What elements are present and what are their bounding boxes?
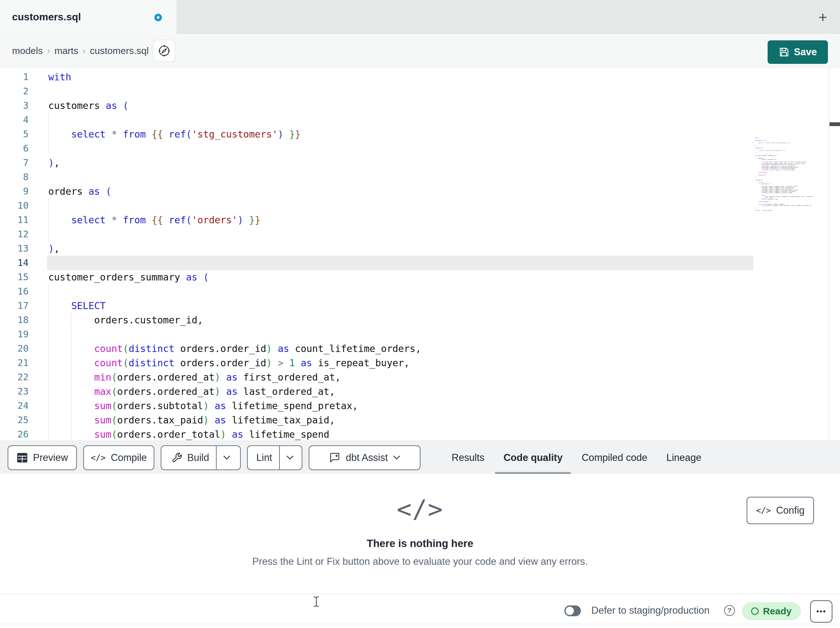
- preview-button[interactable]: Preview: [8, 445, 77, 470]
- code-icon: </>: [756, 506, 771, 515]
- line-number: 6: [0, 141, 28, 156]
- code-line[interactable]: 19: [0, 327, 840, 342]
- line-number: 17: [0, 299, 28, 313]
- plus-icon: +: [819, 9, 827, 26]
- line-number: 14: [0, 256, 28, 270]
- code-line[interactable]: 24 sum(orders.subtotal) as lifetime_spen…: [0, 399, 840, 413]
- defer-label: Defer to staging/production: [591, 605, 709, 616]
- tab-results[interactable]: Results: [442, 441, 494, 474]
- minimap[interactable]: withcustomers as ( select * from {{ ref(…: [755, 137, 827, 233]
- code-slash-icon: </>: [0, 495, 840, 524]
- code-line[interactable]: 22 min(orders.ordered_at) as first_order…: [0, 370, 840, 384]
- config-button[interactable]: </> Config: [747, 497, 814, 524]
- code-line[interactable]: 18 orders.customer_id,: [0, 313, 840, 327]
- code-line[interactable]: 4: [0, 113, 840, 127]
- build-menu-chevron[interactable]: [216, 446, 237, 470]
- window-bottom-edge: [0, 624, 840, 624]
- code-line[interactable]: 23 max(orders.ordered_at) as last_ordere…: [0, 384, 840, 399]
- line-number: 9: [0, 184, 28, 199]
- code-line[interactable]: 14: [0, 256, 840, 270]
- breadcrumb-separator: ›: [78, 46, 90, 56]
- line-number: 21: [0, 356, 28, 370]
- line-number: 22: [0, 370, 28, 384]
- code-text: orders as (: [28, 184, 112, 199]
- code-line[interactable]: 1with: [0, 70, 840, 84]
- compile-button-label: Compile: [111, 452, 147, 463]
- more-options-button[interactable]: •••: [810, 600, 832, 623]
- code-text: ),: [28, 241, 60, 256]
- scrollbar-track: [829, 68, 829, 441]
- preview-button-label: Preview: [33, 452, 68, 463]
- code-line[interactable]: 25 sum(orders.tax_paid) as lifetime_tax_…: [0, 413, 840, 427]
- line-number: 20: [0, 342, 28, 356]
- lint-button-label: Lint: [256, 452, 272, 463]
- line-number: 19: [0, 327, 28, 342]
- line-number: 24: [0, 399, 28, 413]
- defer-toggle[interactable]: [564, 606, 581, 616]
- lint-menu-chevron[interactable]: [279, 446, 300, 470]
- text-cursor-icon: [313, 596, 320, 607]
- code-line[interactable]: 17 SELECT: [0, 299, 840, 313]
- code-line[interactable]: 10: [0, 199, 840, 213]
- dbt-assist-button-label: dbt Assist: [346, 452, 388, 463]
- code-text: select * from {{ ref('orders') }}: [28, 213, 261, 227]
- breadcrumb-marts[interactable]: marts: [54, 46, 78, 56]
- code-editor[interactable]: 1with23customers as (45 select * from {{…: [0, 68, 840, 441]
- tab-bar: customers.sql +: [0, 0, 840, 34]
- code-line[interactable]: 6: [0, 141, 840, 156]
- code-line[interactable]: 16: [0, 284, 840, 299]
- toggle-knob: [565, 607, 574, 615]
- code-line[interactable]: 21 count(distinct orders.order_id) > 1 a…: [0, 356, 840, 370]
- code-text: select * from {{ ref('stg_customers') }}: [28, 127, 301, 141]
- code-line[interactable]: 8: [0, 170, 840, 184]
- chevron-down-icon: [393, 456, 401, 460]
- code-line[interactable]: 3customers as (: [0, 98, 840, 113]
- line-number: 12: [0, 227, 28, 241]
- breadcrumb-models[interactable]: models: [12, 46, 43, 56]
- code-line[interactable]: 5 select * from {{ ref('stg_customers') …: [0, 127, 840, 141]
- save-button-label: Save: [794, 46, 817, 58]
- code-line[interactable]: 9orders as (: [0, 184, 840, 199]
- compile-button[interactable]: </> Compile: [83, 445, 154, 470]
- line-number: 2: [0, 84, 28, 98]
- save-icon: [779, 47, 789, 57]
- build-button[interactable]: Build: [161, 445, 241, 470]
- code-line[interactable]: 7),: [0, 156, 840, 170]
- empty-state-subtitle: Press the Lint or Fix button above to ev…: [0, 556, 840, 567]
- code-text: min(orders.ordered_at) as first_ordered_…: [28, 370, 341, 384]
- config-button-label: Config: [776, 505, 805, 516]
- dbt-assist-button[interactable]: dbt Assist: [309, 445, 420, 470]
- code-line[interactable]: 26 sum(orders.order_total) as lifetime_s…: [0, 427, 840, 441]
- open-in-ide-button[interactable]: [153, 40, 175, 62]
- file-tab-customers-sql[interactable]: customers.sql: [0, 0, 177, 34]
- code-line[interactable]: 20 count(distinct orders.order_id) as co…: [0, 342, 840, 356]
- code-line[interactable]: 2: [0, 84, 840, 98]
- unsaved-indicator-icon: [154, 14, 162, 21]
- results-panel: </> There is nothing here Press the Lint…: [0, 474, 840, 594]
- code-text: sum(orders.subtotal) as lifetime_spend_p…: [28, 399, 358, 413]
- table-icon: [16, 452, 28, 463]
- code-line[interactable]: 12: [0, 227, 840, 241]
- line-number: 13: [0, 241, 28, 256]
- active-line-highlight: [47, 256, 753, 270]
- code-line[interactable]: 11 select * from {{ ref('orders') }}: [0, 213, 840, 227]
- tab-compiled-code[interactable]: Compiled code: [572, 441, 657, 474]
- new-tab-button[interactable]: +: [815, 9, 831, 25]
- ellipsis-icon: •••: [816, 607, 826, 616]
- code-line[interactable]: 13),: [0, 241, 840, 256]
- help-icon[interactable]: ?: [724, 605, 735, 616]
- breadcrumb: models › marts › customers.sql: [12, 34, 148, 68]
- code-text: sum(orders.order_total) as lifetime_spen…: [28, 427, 329, 441]
- code-text: orders.customer_id,: [28, 313, 203, 327]
- line-number: 1: [0, 70, 28, 84]
- tab-code-quality[interactable]: Code quality: [494, 441, 572, 474]
- save-button[interactable]: Save: [767, 40, 828, 64]
- panel-tab-bar: ResultsCode qualityCompiled codeLineage: [442, 441, 711, 474]
- line-number: 5: [0, 127, 28, 141]
- lint-button[interactable]: Lint: [247, 445, 302, 470]
- code-line[interactable]: 15customer_orders_summary as (: [0, 270, 840, 284]
- tab-lineage[interactable]: Lineage: [657, 441, 711, 474]
- line-number: 8: [0, 170, 28, 184]
- code-text: max(orders.ordered_at) as last_ordered_a…: [28, 384, 335, 399]
- scrollbar-thumb[interactable]: [829, 122, 840, 126]
